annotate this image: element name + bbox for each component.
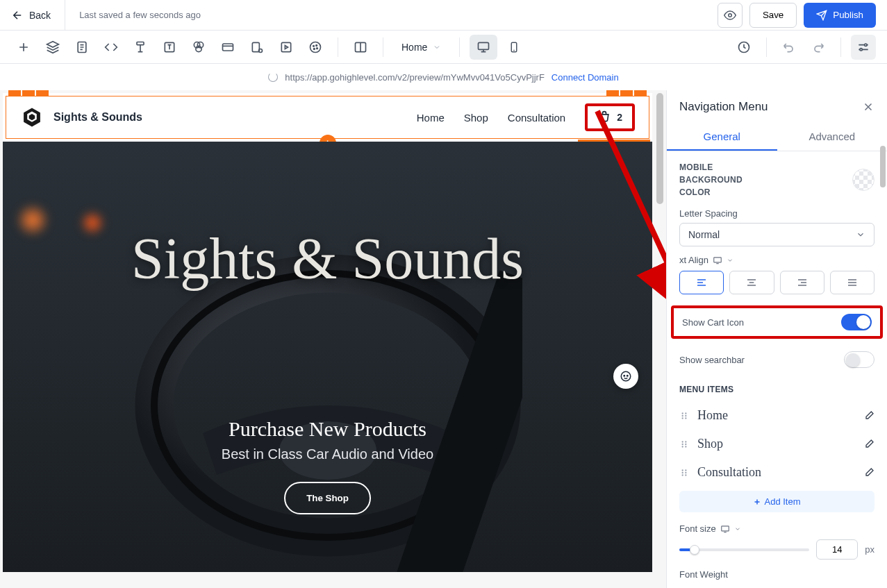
cart-button-highlighted[interactable]: 2 — [585, 103, 635, 131]
svg-point-14 — [317, 47, 318, 49]
svg-point-45 — [682, 471, 683, 473]
form-button[interactable] — [128, 35, 153, 60]
site-preview: Sights & Sounds Home Shop Consultation 2… — [3, 93, 652, 572]
panel-close-button[interactable] — [862, 101, 874, 113]
brand-logo-icon — [20, 106, 44, 129]
edit-menu-item-button[interactable] — [863, 439, 874, 450]
font-size-input[interactable] — [816, 539, 858, 560]
svg-point-9 — [259, 49, 263, 52]
brand: Sights & Sounds — [20, 106, 142, 129]
drag-handle-icon[interactable] — [679, 439, 689, 449]
mobile-bg-color-swatch[interactable] — [852, 169, 874, 191]
show-cart-toggle[interactable] — [841, 314, 872, 330]
text-button[interactable] — [157, 35, 182, 60]
panel-scrollbar[interactable] — [880, 90, 886, 588]
sliders-icon — [856, 40, 870, 54]
edit-menu-item-button[interactable] — [863, 467, 874, 478]
tab-advanced[interactable]: Advanced — [777, 124, 888, 151]
mobile-device-button[interactable] — [500, 35, 528, 60]
show-searchbar-toggle[interactable] — [844, 351, 874, 368]
svg-point-44 — [685, 469, 686, 471]
font-size-slider[interactable] — [679, 548, 809, 551]
cart-icon — [597, 110, 611, 124]
menu-item-name: Consultation — [697, 465, 761, 480]
svg-point-40 — [685, 443, 686, 444]
mobile-bg-color-field: MOBILE BACKGROUND COLOR — [679, 161, 874, 199]
cart-count: 2 — [617, 112, 622, 123]
layers-icon — [46, 40, 60, 54]
nav-link-consultation[interactable]: Consultation — [508, 112, 565, 124]
topbar-right: Save Publish — [718, 3, 876, 28]
toolbar-left: Home — [11, 35, 528, 60]
panel-body: MOBILE BACKGROUND COLOR Letter Spacing N… — [667, 151, 887, 588]
chevron-down-icon — [734, 526, 741, 532]
desktop-device-button[interactable] — [470, 35, 497, 60]
device-group — [470, 35, 528, 60]
panel-header: Navigation Menu — [667, 90, 887, 124]
nav-selection-wrapper[interactable]: Sights & Sounds Home Shop Consultation 2… — [3, 93, 652, 142]
clock-icon — [737, 40, 751, 54]
columns-icon — [354, 40, 367, 54]
publish-button[interactable]: Publish — [804, 3, 876, 28]
add-menu-item-button[interactable]: Add Item — [679, 491, 874, 512]
nav-link-home[interactable]: Home — [417, 112, 445, 124]
history-button[interactable] — [731, 35, 756, 60]
show-cart-highlighted: Show Cart Icon — [671, 305, 883, 339]
menu-items-heading: MENU ITEMS — [679, 385, 874, 394]
last-saved-text: Last saved a few seconds ago — [79, 10, 201, 20]
pages-button[interactable] — [69, 35, 94, 60]
align-center-icon — [746, 277, 757, 288]
svg-point-47 — [682, 474, 683, 476]
edit-menu-item-button[interactable] — [863, 410, 874, 421]
align-left-button[interactable] — [679, 271, 724, 294]
main: Sights & Sounds Home Shop Consultation 2… — [0, 90, 887, 588]
save-button[interactable]: Save — [749, 3, 797, 28]
theme-button[interactable] — [303, 35, 328, 60]
undo-button[interactable] — [777, 35, 802, 60]
navigation-menu-element[interactable]: Sights & Sounds Home Shop Consultation 2… — [6, 96, 649, 139]
svg-point-46 — [685, 471, 686, 473]
hero-shop-button[interactable]: The Shop — [284, 482, 371, 514]
drag-handle-icon[interactable] — [679, 411, 689, 421]
font-size-row: px — [679, 539, 874, 560]
redo-button[interactable] — [806, 35, 831, 60]
media-button[interactable] — [274, 35, 299, 60]
publish-label: Publish — [833, 10, 863, 20]
chat-widget[interactable] — [613, 364, 638, 389]
svg-point-0 — [729, 13, 732, 17]
letter-spacing-select[interactable]: Normal — [679, 223, 874, 246]
code-button[interactable] — [99, 35, 124, 60]
nav-link-shop[interactable]: Shop — [464, 112, 488, 124]
align-right-button[interactable] — [780, 271, 824, 294]
columns-button[interactable] — [348, 35, 373, 60]
preview-button[interactable] — [718, 3, 743, 28]
align-justify-button[interactable] — [830, 271, 874, 294]
drag-handle-icon[interactable] — [679, 468, 689, 478]
svg-point-11 — [310, 42, 321, 52]
scrollbar-thumb[interactable] — [880, 146, 886, 187]
topbar-left: Back Last saved a few seconds ago — [11, 0, 201, 31]
nav-links: Home Shop Consultation 2 — [417, 103, 635, 131]
svg-rect-10 — [281, 42, 290, 51]
color-button[interactable] — [186, 35, 211, 60]
page-selector[interactable]: Home — [393, 35, 449, 60]
canvas-scrollbar[interactable] — [656, 93, 663, 585]
scrollbar-thumb[interactable] — [656, 93, 663, 204]
section-button[interactable] — [215, 35, 240, 60]
separator — [766, 37, 767, 57]
connect-domain-link[interactable]: Connect Domain — [552, 72, 619, 83]
svg-point-27 — [624, 376, 625, 377]
svg-point-42 — [685, 446, 686, 447]
layers-button[interactable] — [40, 35, 65, 60]
back-button[interactable]: Back — [11, 0, 65, 31]
database-button[interactable] — [244, 35, 270, 60]
letter-spacing-label: Letter Spacing — [679, 208, 874, 219]
settings-button[interactable] — [851, 35, 876, 60]
hero-section[interactable]: Sights & Sounds Purchase New Products Be… — [3, 142, 652, 572]
menu-item-name: Home — [697, 408, 728, 423]
add-element-button[interactable] — [11, 35, 36, 60]
tab-general[interactable]: General — [667, 124, 777, 151]
align-center-button[interactable] — [729, 271, 774, 294]
svg-point-39 — [682, 443, 683, 444]
url-bar: https://app.gohighlevel.com/v2/preview/m… — [0, 64, 887, 90]
